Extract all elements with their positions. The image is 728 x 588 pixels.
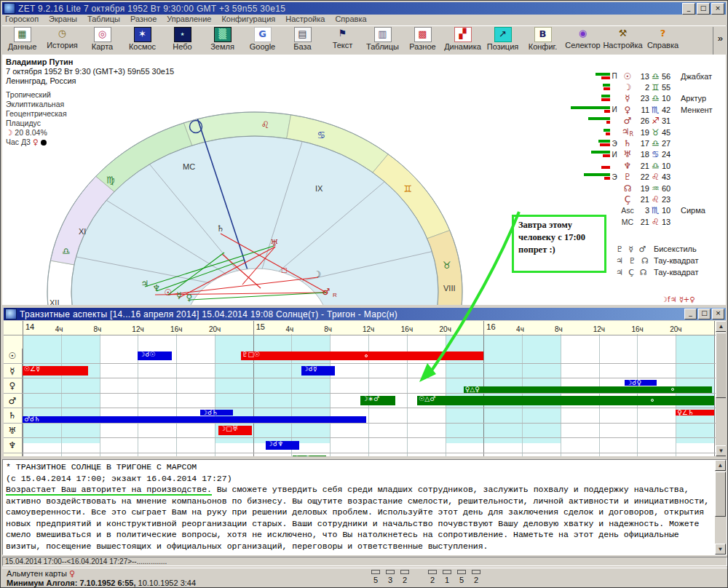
toolbar-button-tables[interactable]: ▥Таблицы [363,27,403,51]
menu-item-таблицы[interactable]: Таблицы [87,15,120,25]
toolbar-button-position[interactable]: ↗Позиция [483,27,523,51]
menu-item-справка[interactable]: Справка [335,15,366,25]
planet-row[interactable]: П☉13♎56Джабхат [550,71,713,82]
cosmos-icon: ✶ [134,27,151,42]
count-value: 5 [370,570,381,584]
toolbar-button-history[interactable]: ◷История [42,27,82,49]
menu-item-конфигурация[interactable]: Конфигурация [221,15,275,25]
wheel-planet-glyph: ☉ [165,287,173,298]
aspect-bar[interactable]: ♂☌♄ [23,416,366,423]
planet-row[interactable]: Э♄17♎27 [550,138,713,148]
interpretation-text: Возрастает Ваш авторитет на производстве… [6,484,712,552]
toolbar-button-earth[interactable]: ▒Земля [202,27,242,51]
planet-row[interactable]: Э♇22♌43 [550,172,713,183]
planet-row[interactable]: ☽2♊55 [550,82,713,92]
hour-planet-icon: ♀ [33,138,39,146]
toolbar-button-sky[interactable]: ⋆Небо [162,27,202,51]
toolbar-label: Конфиг. [523,42,563,51]
toolbar-button-text[interactable]: ⚑Текст [323,27,363,49]
planet-row[interactable]: ☿23♎10Арктур [550,93,713,104]
config-icon: B [534,27,552,42]
chart-setting: Плацидус [6,119,174,128]
toolbar-overflow-button[interactable]: » [713,27,726,55]
wheel-planet-glyph: ♃ [141,279,149,289]
transit-titlebar[interactable]: Транзитные аспекты [14...16 апреля 2014]… [4,308,726,320]
aspect-bar[interactable]: ☽∗♂ [360,396,395,405]
planet-row[interactable]: Ç21♌23 [550,194,713,204]
toolbar-button-misc[interactable]: ▩Разное [403,27,443,51]
zodiac-sign-glyph: ♎ [62,246,71,257]
almuten-row: Альмутен карты ♀ [7,569,727,579]
selector-icon: ◉ [575,27,591,41]
toolbar-label: Карта [82,42,122,51]
aspect-bar[interactable]: ☉∠☿ [23,366,88,376]
toolbar-label: Данные [2,42,42,51]
timeline-planet-glyph: ☉ [4,351,21,361]
timeline-planet-glyph: ♂ [4,396,21,406]
aspect-bar[interactable]: ♇□☉ [241,351,484,361]
interpretation-panel: * ТРАНЗИТНОЕ СОЛНЦЕ В ТРИГОНЕ С МАРСОМ (… [2,459,727,555]
toolbar-button-selector[interactable]: ◉Селектор [563,27,603,49]
toolbar-button-help[interactable]: ?Справка [643,27,683,49]
menu-item-гороскоп[interactable]: Гороскоп [5,15,39,25]
hour-tick-label: 20ч [209,325,221,333]
menu-item-экраны[interactable]: Экраны [49,15,77,25]
algol-min-bold: Минимум Алголя: 7.10.1952 6:55, [7,579,136,587]
house-label: VIII [443,284,456,293]
planet-row[interactable]: И♀11♏42Менкент [550,104,713,115]
count-value: 2 [427,570,438,584]
transit-minimize-button[interactable]: _ [684,309,697,319]
day-label: 14 [25,322,34,331]
toolbar-button-table[interactable]: ▦Данные [2,27,42,51]
svg-text:R: R [333,292,337,298]
minimize-button[interactable]: _ [682,3,695,15]
close-button[interactable]: × [711,3,724,15]
menu-item-настройка[interactable]: Настройка [285,15,325,25]
aspect-bar[interactable]: ☽∗♇ [293,456,326,456]
toolbar-button-cosmos[interactable]: ✶Космос [122,27,162,51]
planet-row[interactable]: ☊19♒60 [550,183,713,194]
toolbar-button-settings[interactable]: ⚒Настройка [603,27,643,49]
aspect-bar[interactable]: ☽☌♆ [266,441,299,450]
planet-row[interactable]: ♂26♐31 [550,116,713,127]
person-name: Владимир Путин [6,57,174,67]
toolbar-button-config[interactable]: BКонфиг. [523,27,563,51]
hour-tick-label: 16ч [401,325,413,333]
text-icon: ⚑ [335,27,351,41]
toolbar-button-map[interactable]: ◎Карта [82,27,122,51]
interpretation-scrollbar[interactable]: ▲ ▼ [715,460,727,555]
aspect-bar[interactable]: ☽☌♀ [625,380,657,386]
aspect-bar[interactable]: ☽☌♄ [200,410,233,416]
aspect-bar[interactable]: ♀∠♄ [676,410,714,416]
planet-row[interactable]: И♅18♋24 [550,149,713,160]
toolbar-label: История [42,41,82,49]
interpretation-title: * ТРАНЗИТНОЕ СОЛНЦЕ В ТРИГОНЕ С МАРСОМ [6,461,712,473]
maximize-button[interactable]: □ [697,3,710,15]
algol-min-rest: 10.10.1952 3:44 [136,579,197,587]
toolbar-button-base[interactable]: ▤База [282,27,323,51]
transit-timeline: 144ч8ч12ч16ч20ч154ч8ч12ч16ч20ч164ч8ч12ч1… [4,321,726,456]
toolbar-button-dynamics[interactable]: ▞Динамика [443,27,483,51]
map-icon: ◎ [94,27,111,42]
annotation-box: Завтра этому человеку с 17:00 попрет :) [512,215,606,273]
aspect-bar[interactable]: ☉△♂ [417,396,714,405]
toolbar-button-google[interactable]: GGoogle [242,27,282,51]
timeline-scrollbar[interactable]: ▲▼ [716,321,726,456]
planet-row[interactable]: ♆21♎10 [550,160,713,171]
transit-close-button[interactable]: × [712,309,724,319]
menu-item-управление[interactable]: Управление [167,15,211,25]
app-icon [4,3,15,14]
table-icon: ▦ [14,27,31,42]
aspect-bar[interactable]: ☽☌☉ [138,351,171,361]
menu-item-разное[interactable]: Разное [130,15,157,25]
transit-maximize-button[interactable]: □ [698,309,711,319]
aspect-bar[interactable]: ☽☌☿ [301,366,335,376]
transit-window-title: Транзитные аспекты [14...16 апреля 2014]… [20,309,683,319]
element-counts: 5322152 [370,570,482,584]
aspect-bar[interactable]: ☽□♅ [218,426,252,435]
zodiac-sign-glyph: ♍ [106,175,115,186]
planet-row[interactable]: ♃R19♉45 [550,127,713,138]
aspect-bar[interactable]: ♀△♀ [464,386,713,393]
toolbar-label: Google [242,42,282,51]
birth-place: Ленинград, Россия [6,76,174,86]
